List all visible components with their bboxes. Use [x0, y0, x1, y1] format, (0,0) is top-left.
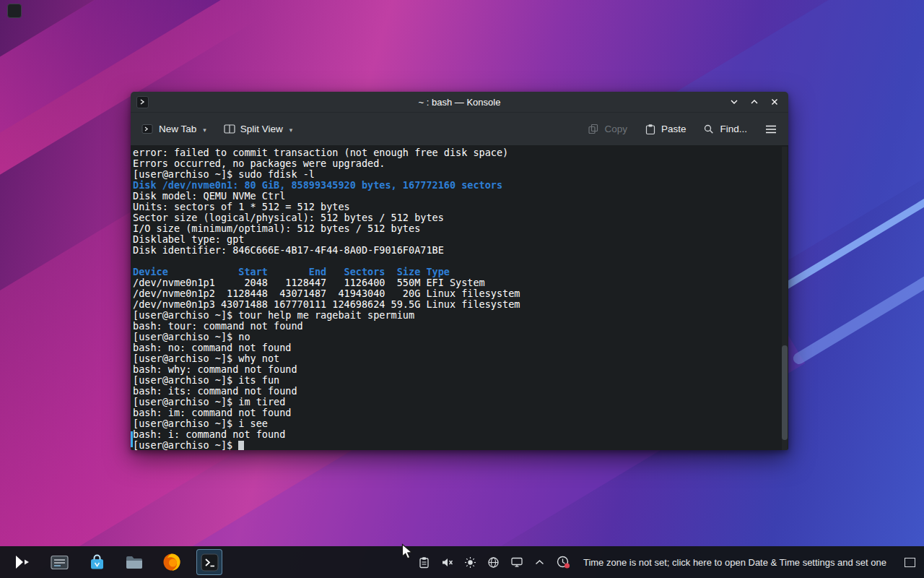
expand-tray-chevron-icon: [534, 558, 545, 566]
display-tray-button[interactable]: [510, 556, 523, 568]
split-view-icon: [224, 124, 235, 134]
terminal-line: /dev/nvme0n1p2 1128448 43071487 41943040…: [133, 288, 778, 299]
scroll-position-indicator: [131, 431, 133, 447]
terminal-output: error: failed to commit transaction (not…: [131, 145, 788, 450]
terminal-line: Disk identifier: 846C666E-4B17-4F44-8A0D…: [133, 245, 778, 256]
app-launcher-button[interactable]: [9, 549, 35, 575]
terminal-view[interactable]: error: failed to commit transaction (not…: [131, 145, 788, 450]
window-title: ~ : bash — Konsole: [131, 97, 788, 108]
terminal-line: bash: i: command not found: [133, 429, 778, 440]
terminal-line: Sector size (logical/physical): 512 byte…: [133, 212, 778, 223]
clock-warning-button[interactable]: [556, 555, 570, 569]
minimize-button[interactable]: [728, 96, 740, 108]
network-tray-button[interactable]: [487, 556, 500, 569]
konsole-window: ~ : bash — Konsole: [131, 92, 788, 450]
konsole-icon: [200, 553, 219, 572]
paste-icon: [645, 124, 656, 135]
terminal-line: Disk /dev/nvme0n1: 80 GiB, 85899345920 b…: [133, 180, 778, 191]
konsole-window-icon: [136, 96, 149, 108]
terminal-line: bash: its: command not found: [133, 386, 778, 397]
find-button[interactable]: Find...: [703, 124, 747, 135]
firefox-button[interactable]: [159, 549, 185, 575]
terminal-line: bash: no: command not found: [133, 342, 778, 353]
new-tab-label: New Tab: [159, 124, 196, 134]
maximize-button[interactable]: [749, 96, 760, 108]
terminal-line: /dev/nvme0n1p3 43071488 167770111 124698…: [133, 299, 778, 310]
copy-icon: [588, 124, 599, 134]
discover-bag-icon: [87, 553, 107, 572]
find-label: Find...: [720, 124, 747, 134]
wallpaper-stripe: [791, 252, 924, 366]
copy-label: Copy: [604, 124, 627, 134]
terminal-line: [user@archiso ~]$ its fun: [133, 375, 778, 386]
terminal-prompt-glyph-icon: [139, 98, 147, 105]
chevron-down-icon: [729, 97, 739, 107]
terminal-line: error: failed to commit transaction (not…: [133, 147, 778, 158]
new-tab-button[interactable]: New Tab ▾: [141, 124, 206, 134]
terminal-line: Device Start End Sectors Size Type: [133, 267, 778, 277]
show-desktop-button[interactable]: [905, 558, 915, 567]
terminal-line: [user@archiso ~]$ i see: [133, 418, 778, 429]
terminal-line: [133, 256, 778, 267]
expand-tray-button[interactable]: [534, 558, 545, 566]
taskbar-panel: Time zone is not set; click here to open…: [0, 546, 924, 578]
pager-icon: [50, 553, 69, 572]
terminal-line: Errors occurred, no packages were upgrad…: [133, 158, 778, 169]
terminal-line: [user@archiso ~]$ tour help me ragebait …: [133, 310, 778, 321]
scrollbar-thumb[interactable]: [782, 345, 788, 440]
menu-button[interactable]: [764, 124, 777, 134]
split-view-button[interactable]: Split View ▾: [224, 124, 293, 134]
terminal-line: bash: tour: command not found: [133, 321, 778, 332]
pager-button[interactable]: [46, 549, 72, 575]
window-titlebar[interactable]: ~ : bash — Konsole: [131, 92, 788, 113]
folder-icon: [124, 552, 144, 572]
chevron-down-icon: ▾: [203, 126, 206, 134]
split-view-label: Split View: [240, 124, 283, 134]
paste-button[interactable]: Paste: [645, 124, 687, 135]
close-icon: [770, 97, 780, 107]
firefox-icon: [162, 552, 182, 572]
file-manager-button[interactable]: [121, 549, 147, 575]
terminal-line: bash: im: command not found: [133, 407, 778, 418]
terminal-line: [user@archiso ~]$ sudo fdisk -l: [133, 169, 778, 180]
terminal-prompt-line: [user@archiso ~]$: [133, 440, 778, 450]
chevron-down-icon: ▾: [289, 126, 293, 134]
clipboard-tray-button[interactable]: [418, 556, 430, 569]
system-tray: Time zone is not set; click here to open…: [418, 555, 915, 569]
terminal-line: /dev/nvme0n1p1 2048 1128447 1126400 550M…: [133, 277, 778, 288]
clock-warning-icon: [556, 555, 570, 569]
terminal-line: [user@archiso ~]$ no: [133, 332, 778, 342]
clipboard-icon: [418, 556, 430, 569]
terminal-line: I/O size (minimum/optimal): 512 bytes / …: [133, 223, 778, 234]
terminal-line: [user@archiso ~]$ im tired: [133, 397, 778, 407]
konsole-task-button[interactable]: [196, 549, 222, 575]
terminal-line: Units: sectors of 1 * 512 = 512 bytes: [133, 202, 778, 212]
window-controls: [728, 96, 788, 108]
timezone-warning-message[interactable]: Time zone is not set; click here to open…: [583, 557, 886, 568]
terminal-line: Disklabel type: gpt: [133, 234, 778, 245]
konsole-toolbar: New Tab ▾ Split View ▾ Copy Paste: [131, 113, 788, 145]
brightness-tray-button[interactable]: [464, 556, 476, 569]
terminal-line: bash: why: command not found: [133, 364, 778, 375]
discover-button[interactable]: [84, 549, 110, 575]
terminal-prompt: [user@archiso ~]$: [133, 439, 238, 450]
desktop-toolbox[interactable]: [7, 4, 22, 18]
network-globe-icon: [487, 556, 500, 569]
terminal-cursor: [238, 441, 244, 450]
audio-muted-icon: [441, 556, 453, 569]
terminal-line: [user@archiso ~]$ why not: [133, 353, 778, 364]
paste-label: Paste: [661, 124, 687, 134]
chevron-up-icon: [749, 97, 759, 107]
new-tab-icon: [141, 124, 154, 134]
brightness-icon: [464, 556, 476, 569]
display-icon: [510, 556, 523, 568]
hamburger-menu-icon: [764, 124, 777, 134]
kde-launcher-icon: [12, 552, 32, 572]
search-icon: [703, 124, 715, 135]
audio-tray-button[interactable]: [441, 556, 453, 569]
close-button[interactable]: [769, 96, 780, 108]
copy-button[interactable]: Copy: [588, 124, 627, 134]
terminal-line: Disk model: QEMU NVMe Ctrl: [133, 191, 778, 202]
